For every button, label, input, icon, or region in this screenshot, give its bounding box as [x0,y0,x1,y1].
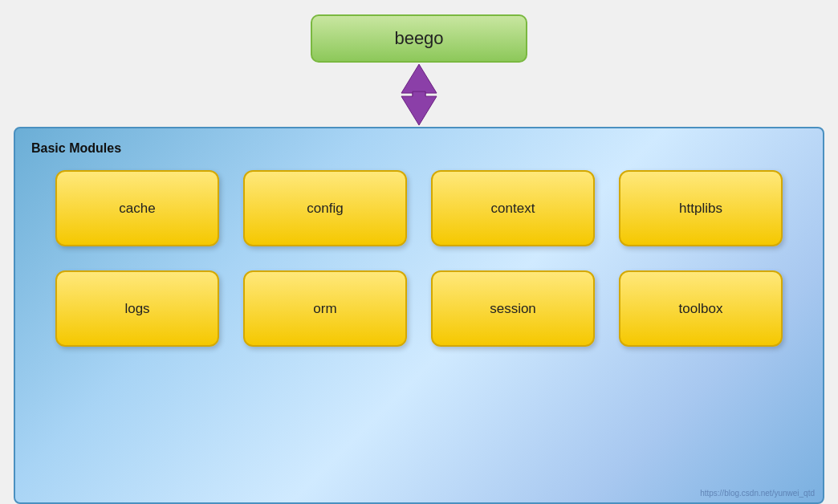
module-toolbox: toolbox [619,270,783,347]
module-toolbox-label: toolbox [679,301,723,317]
module-context: context [431,170,595,246]
beego-box: beego [311,14,527,63]
watermark: https://blog.csdn.net/yunwei_qtd [700,489,815,498]
module-orm: orm [243,270,407,347]
beego-label: beego [394,28,443,49]
module-session-label: session [490,301,536,317]
module-httplibs: httplibs [619,170,783,246]
module-logs: logs [55,270,219,347]
svg-marker-1 [401,91,437,125]
module-context-label: context [491,201,535,217]
arrow-container [395,63,443,127]
double-arrow-icon [395,63,443,127]
modules-grid: cache config context httplibs logs orm s… [31,170,807,347]
module-httplibs-label: httplibs [679,201,722,217]
section-title: Basic Modules [31,141,807,156]
module-config: config [243,170,407,246]
top-section: beego [311,0,527,127]
module-session: session [431,270,595,347]
module-cache: cache [55,170,219,246]
module-orm-label: orm [313,301,336,317]
module-cache-label: cache [119,201,155,217]
basic-modules-section: Basic Modules cache config context httpl… [14,127,824,504]
module-logs-label: logs [124,301,149,317]
module-config-label: config [307,201,343,217]
